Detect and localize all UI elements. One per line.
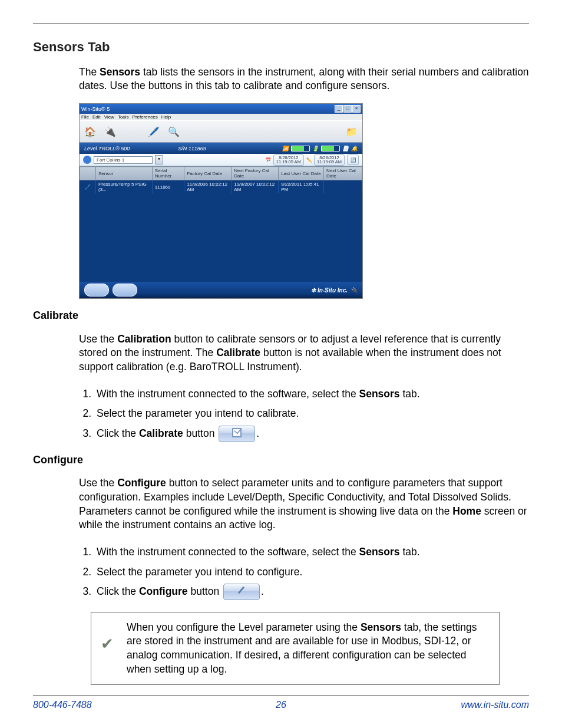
battery-icon: 🔋 [312,146,319,151]
window-title: Win-Situ® 5 [81,106,334,112]
minimize-button[interactable]: _ [335,105,343,113]
sensors-table: Sensor Serial Number Factory Cal Date Ne… [80,166,362,193]
cell-factory-cal: 11/9/2006 10:22:12 AM [184,180,232,194]
serial-number: S/N 111869 [178,146,282,151]
sensors-icon[interactable]: 🖊️ [147,124,161,139]
col-last-user-cal[interactable]: Last User Cal Date [279,167,324,180]
menu-edit[interactable]: Edit [92,114,101,120]
home-icon[interactable]: 🏠 [83,124,97,139]
connect-icon[interactable]: 🔌 [103,124,117,139]
menu-tools[interactable]: Tools [118,114,129,120]
menu-help[interactable]: Help [161,114,171,120]
col-next-user-cal[interactable]: Next User Cal Date [324,167,362,180]
configure-paragraph: Use the Configure button to select param… [79,476,529,532]
win-situ-screenshot: Win-Situ® 5 _ □ × File Edit View Tools P… [79,103,363,299]
configure-icon-button[interactable] [223,584,260,600]
status-bar: ✻ In-Situ Inc. 🔌 [80,282,362,298]
cell-next-factory-cal: 11/9/2007 10:22:12 AM [232,180,279,194]
footer-phone: 800-446-7488 [33,700,199,710]
device-clock: 8/28/201211:19:09 AM [314,154,345,166]
cell-sensor: Pressure/Temp 5 PSIG (3... [96,180,153,194]
note-text: When you configure the Level parameter u… [127,621,490,677]
pc-clock: 8/28/201211:19:05 AM [273,154,304,166]
configure-button[interactable] [113,284,137,297]
cell-serial: 111869 [152,180,184,194]
notes-icon[interactable]: 📄 [342,146,349,151]
site-icon[interactable] [83,156,91,164]
footer-page: 26 [199,700,364,710]
calibrate-step-3: Click the Calibrate button . [94,424,529,443]
row-icon: 🖊️ [80,180,96,194]
intro-paragraph: The Sensors tab lists the sensors in the… [79,65,529,93]
col-serial[interactable]: Serial Number [152,167,184,180]
table-empty-area [80,193,362,282]
close-button[interactable]: × [352,105,361,113]
configure-steps: With the instrument connected to the sof… [79,542,529,601]
configure-step-1: With the instrument connected to the sof… [94,542,529,562]
configure-step-3: Click the Configure button . [94,582,529,601]
site-selector[interactable]: Fort Collins 1 [94,156,153,164]
page-footer: 800-446-7488 26 www.in-situ.com [33,696,529,710]
wifi-icon: 📶 [282,146,289,151]
table-row[interactable]: 🖊️ Pressure/Temp 5 PSIG (3... 111869 11/… [80,180,362,194]
site-dropdown[interactable]: ▾ [155,155,163,164]
check-icon: ✔ [101,634,114,654]
alarm-icon[interactable]: 🔔 [351,146,358,151]
calibrate-icon-button[interactable] [219,426,255,442]
view-icon[interactable]: 🔍 [167,124,181,139]
menu-prefs[interactable]: Preferences [133,114,158,120]
device-info-bar: Level TROLL® 500 S/N 111869 📶 🔋 📄 🔔 [80,143,362,154]
calibrate-paragraph: Use the Calibration button to calibrate … [79,332,529,374]
configure-heading: Configure [33,454,529,466]
col-sensor[interactable]: Sensor [96,167,153,180]
calibrate-step-1: With the instrument connected to the sof… [94,384,529,404]
cell-next-user-cal [324,180,362,194]
configure-step-2: Select the parameter you intend to confi… [94,562,529,582]
device-model: Level TROLL® 500 [84,146,178,151]
menubar: File Edit View Tools Preferences Help [80,114,362,120]
folder-icon[interactable]: 📁 [345,124,359,139]
maximize-button[interactable]: □ [343,105,352,113]
cell-last-user-cal: 9/22/2011 1:05:41 PM [279,180,324,194]
brand-text: ✻ In-Situ Inc. [311,287,348,294]
sync-clock-button[interactable]: 🔄 [347,154,359,165]
calibrate-steps: With the instrument connected to the sof… [79,384,529,443]
calibrate-step-2: Select the parameter you intend to calib… [94,404,529,423]
toolbar: 🏠 🔌 🖊️ 🔍 📁 [80,120,362,143]
memory-gauge [291,146,310,151]
titlebar: Win-Situ® 5 _ □ × [80,104,362,114]
col-next-factory-cal[interactable]: Next Factory Cal Date [232,167,279,180]
section-heading: Sensors Tab [33,39,529,55]
connection-icon[interactable]: 🔌 [351,287,358,293]
clock-device-icon: ✏️ [306,157,312,163]
calibrate-heading: Calibrate [33,309,529,322]
clock-pc-icon: 📅 [266,157,271,163]
note-box: ✔ When you configure the Level parameter… [91,612,500,686]
calibrate-button[interactable] [84,284,109,297]
menu-view[interactable]: View [104,114,114,120]
col-factory-cal[interactable]: Factory Cal Date [184,167,232,180]
footer-url: www.in-situ.com [363,700,529,710]
col-icon [80,167,96,180]
battery-gauge [321,146,340,151]
menu-file[interactable]: File [81,114,89,120]
site-bar: Fort Collins 1 ▾ 📅 8/28/201211:19:05 AM … [80,154,362,166]
